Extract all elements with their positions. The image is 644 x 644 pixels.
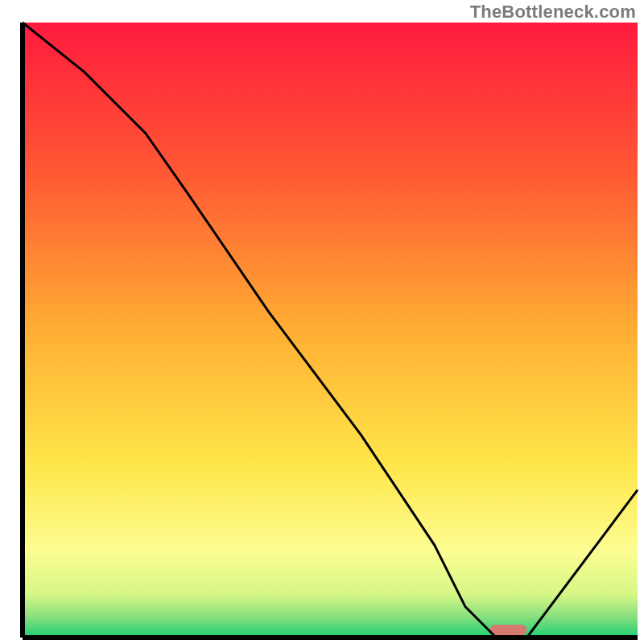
gradient-background [23,23,638,638]
optimal-range-marker [490,625,527,635]
bottleneck-curve-chart [0,0,644,644]
